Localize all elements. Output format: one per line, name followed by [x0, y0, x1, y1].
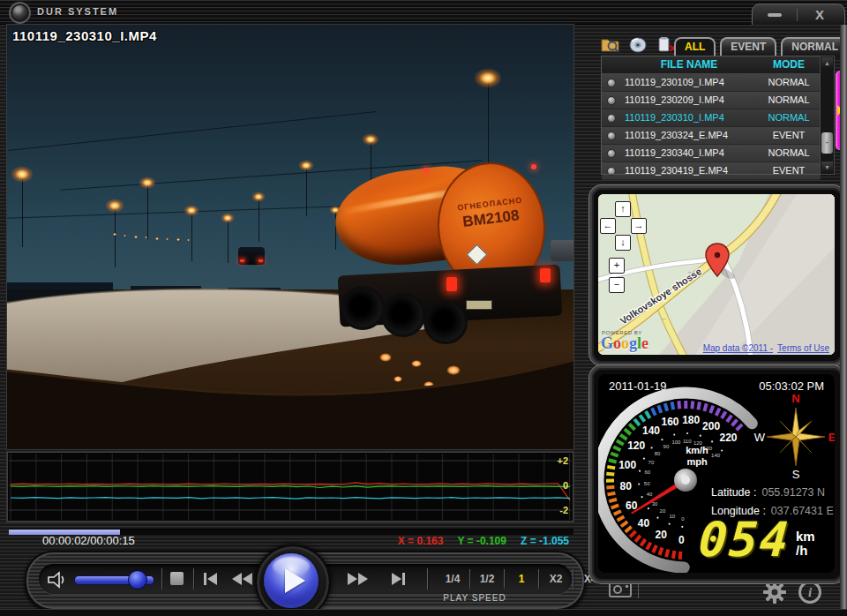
scroll-up-arrow[interactable]: ▲	[821, 57, 833, 69]
tab-normal[interactable]: NORMAL	[781, 37, 847, 57]
map-zoom-out-button[interactable]: −	[609, 277, 625, 293]
file-list-scrollbar[interactable]: ▲ ÷ ▼	[821, 56, 834, 174]
app-title: DUR SYSTEM	[37, 6, 118, 17]
map-data-link[interactable]: Map data ©2011 -	[703, 343, 773, 353]
open-folder-button[interactable]	[600, 35, 621, 55]
minimize-icon	[768, 13, 782, 17]
scroll-down-arrow[interactable]: ▼	[821, 162, 833, 173]
record-bullet-icon	[607, 114, 616, 123]
svg-text:120: 120	[627, 439, 645, 452]
speed-unit-km: km	[796, 530, 815, 544]
map-pan-right-button[interactable]: →	[631, 218, 647, 234]
file-row[interactable]: 110119_230109_I.MP4NORMAL	[602, 74, 821, 92]
app-logo-icon	[9, 2, 31, 24]
svg-text:160: 160	[661, 416, 678, 428]
next-icon	[402, 573, 405, 585]
minimize-button[interactable]	[753, 4, 797, 25]
info-icon: i	[808, 585, 812, 599]
svg-text:110: 110	[683, 439, 692, 444]
playback-control-bar: 1/41/21X2X4 PLAY SPEED	[25, 551, 586, 611]
gsensor-graph-panel: +20-2	[7, 452, 573, 522]
file-toolbar: ✕	[600, 35, 676, 55]
settings-gear-button[interactable]	[762, 580, 787, 605]
file-mode: NORMAL	[757, 74, 821, 91]
dvr-application-window: DUR SYSTEM X	[0, 0, 847, 616]
file-row[interactable]: 110119_230209_I.MP4NORMAL	[602, 92, 821, 109]
camera-icon	[609, 582, 632, 597]
delete-file-button[interactable]: ✕	[655, 35, 676, 55]
rewind-icon	[243, 573, 252, 585]
svg-text:140: 140	[711, 453, 721, 458]
next-file-button[interactable]	[392, 572, 405, 586]
play-button[interactable]	[264, 553, 319, 608]
speed-unit-h: /h	[796, 544, 815, 558]
speed-button-x2[interactable]: X2	[543, 568, 569, 590]
map-canvas[interactable]: ← ← Volkovskoye shosse Volkovskoye shoss…	[598, 194, 835, 355]
speed-button-1-4[interactable]: 1/4	[439, 568, 466, 590]
svg-text:60: 60	[644, 470, 650, 475]
svg-text:40: 40	[638, 517, 650, 530]
speed-button-1-2[interactable]: 1/2	[474, 568, 500, 590]
video-filename-overlay: 110119_230310_I.MP4	[12, 28, 157, 43]
svg-text:100: 100	[671, 439, 681, 445]
svg-text:0: 0	[681, 516, 685, 522]
svg-text:70: 70	[648, 460, 655, 465]
svg-text:-2: -2	[559, 505, 568, 515]
map-pan-up-button[interactable]: ↑	[615, 201, 631, 217]
file-mode: NORMAL	[757, 145, 821, 162]
tab-event[interactable]: EVENT	[720, 37, 776, 57]
map-pan-left-button[interactable]: ←	[600, 218, 616, 234]
volume-knob[interactable]	[128, 570, 147, 590]
fast-forward-button[interactable]	[348, 572, 368, 586]
title-bar: DUR SYSTEM X	[0, 0, 847, 25]
svg-text:100: 100	[618, 459, 636, 471]
backup-disc-button[interactable]	[627, 35, 648, 55]
file-name: 110119_230324_E.MP4	[621, 127, 757, 144]
terms-of-use-link[interactable]: Terms of Use	[777, 343, 829, 353]
map-zoom-in-button[interactable]: +	[609, 258, 625, 274]
stop-button[interactable]	[170, 572, 184, 585]
file-row[interactable]: 110119_230310_I.MP4NORMAL	[602, 109, 821, 127]
divider	[638, 581, 639, 598]
fast-forward-icon	[358, 573, 368, 585]
file-table-header: FILE NAME MODE	[602, 56, 821, 74]
next-icon	[392, 573, 401, 585]
file-row[interactable]: 110119_230324_E.MP4EVENT	[602, 127, 821, 145]
file-table: FILE NAME MODE 110119_230109_I.MP4NORMAL…	[602, 56, 821, 174]
compass-south: S	[792, 468, 800, 481]
close-button[interactable]: X	[798, 4, 842, 25]
divider	[504, 569, 505, 589]
mode-column-header: MODE	[757, 56, 821, 73]
svg-text:80: 80	[655, 451, 661, 456]
map-attribution: Map data ©2011 - Terms of Use	[598, 343, 835, 353]
speed-digital-readout: 054	[697, 512, 792, 567]
fast-forward-icon	[348, 573, 357, 585]
svg-text:0: 0	[563, 480, 568, 491]
camera-lens	[613, 585, 622, 594]
scrollbar-thumb[interactable]: ÷	[821, 132, 833, 154]
play-icon	[285, 568, 305, 593]
speed-unit: km /h	[796, 530, 815, 558]
svg-text:20: 20	[656, 529, 668, 541]
file-row[interactable]: 110119_230419_E.MP4EVENT	[602, 162, 821, 180]
latitude-label: Latitude :	[711, 486, 756, 499]
divider	[161, 568, 162, 590]
file-name: 110119_230209_I.MP4	[621, 92, 757, 109]
svg-text:40: 40	[647, 492, 653, 497]
speed-button-1[interactable]: 1	[508, 568, 535, 590]
tab-all[interactable]: ALL	[674, 37, 716, 57]
rewind-button[interactable]	[232, 572, 252, 586]
prev-icon	[204, 573, 206, 585]
speaker-icon[interactable]	[47, 570, 68, 590]
info-button[interactable]: i	[798, 581, 821, 604]
file-row[interactable]: 110119_230340_I.MP4NORMAL	[602, 145, 821, 162]
svg-text:mph: mph	[686, 456, 708, 467]
map-pan-down-button[interactable]: ↓	[615, 235, 631, 251]
playback-time: 00:00:02/00:00:15	[42, 534, 135, 547]
file-name: 110119_230310_I.MP4	[621, 109, 757, 126]
file-name: 110119_230109_I.MP4	[621, 74, 757, 91]
rewind-icon	[232, 573, 242, 585]
gsensor-chart: +20-2	[7, 452, 573, 522]
dashboard-inner: 2011-01-19 05:03:02 PM 02040608010012014…	[598, 374, 835, 573]
previous-file-button[interactable]	[204, 572, 217, 586]
